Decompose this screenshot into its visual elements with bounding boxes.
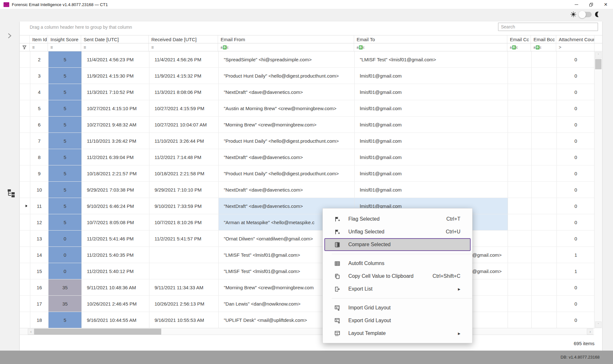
cell-sent-date[interactable]: 10/18/2021 2:21:57 PM — [82, 165, 149, 181]
menu-item-compare-selected[interactable]: Compare Selected — [324, 238, 471, 251]
menu-item-layout-template[interactable]: Layout Template▶ — [324, 327, 471, 340]
cell-email-to[interactable]: lmisf01@gmail.com — [355, 68, 508, 84]
cell-email-bcc[interactable] — [532, 214, 557, 230]
menu-item-flag-selected[interactable]: Flag SelectedCtrl+T — [324, 213, 471, 225]
column-header-email-to[interactable]: Email To — [354, 35, 507, 43]
cell-sent-date[interactable]: 9/16/2021 10:44:55 AM — [82, 312, 149, 328]
grid-row[interactable]: 15011/2/2021 5:40:12 PM"LMISF Test" <lmi… — [20, 263, 602, 279]
cell-item-id[interactable]: 7 — [30, 133, 49, 149]
grid-row[interactable]: 1859/16/2021 10:44:55 AM9/16/2021 10:55:… — [20, 312, 602, 328]
theme-switch-knob[interactable] — [579, 11, 586, 18]
cell-email-bcc[interactable] — [532, 182, 557, 198]
grid-row[interactable]: 7511/10/2021 3:26:42 PM11/10/2021 3:26:4… — [20, 133, 602, 149]
cell-email-bcc[interactable] — [532, 51, 557, 67]
cell-sent-date[interactable]: 10/27/2021 4:15:10 PM — [82, 100, 149, 116]
cell-email-to[interactable]: lmisf01@gmail.com — [355, 100, 508, 116]
cell-attachment-count[interactable]: 0 — [557, 165, 595, 181]
cell-email-from[interactable]: "Morning Brew" <crew@morningbrew.com> — [219, 117, 355, 133]
cell-received-date[interactable]: 11/4/2021 4:56:26 PM — [149, 51, 219, 67]
filter-cell[interactable]: aBc — [354, 43, 507, 51]
cell-received-date[interactable]: 11/2/2021 5:41:57 PM — [149, 231, 219, 246]
cell-email-bcc[interactable] — [532, 133, 557, 149]
cell-email-to[interactable]: lmisf01@gmail.com — [355, 182, 508, 198]
cell-item-id[interactable]: 14 — [30, 247, 49, 263]
scroll-up-arrow-icon[interactable]: ˆ — [595, 52, 602, 58]
cell-item-id[interactable]: 2 — [30, 51, 49, 67]
cell-email-bcc[interactable] — [532, 231, 557, 246]
cell-item-id[interactable]: 17 — [30, 296, 49, 312]
cell-item-id[interactable]: 15 — [30, 263, 49, 279]
cell-attachment-count[interactable]: 0 — [557, 231, 595, 246]
cell-email-cc[interactable] — [508, 165, 532, 181]
theme-switch[interactable] — [579, 12, 592, 17]
cell-email-from[interactable]: "NextDraft" <dave@davenetics.com> — [219, 182, 355, 198]
vertical-scrollbar[interactable]: ˆ ˇ — [594, 51, 602, 329]
cell-email-cc[interactable] — [508, 263, 532, 279]
cell-email-from[interactable]: "SpreadSimple" <hi@spreadsimple.com> — [219, 51, 355, 67]
cell-attachment-count[interactable]: 0 — [557, 296, 595, 312]
cell-attachment-count[interactable]: 0 — [557, 117, 595, 133]
column-header-item-id[interactable]: Item Id — [30, 35, 48, 43]
cell-sent-date[interactable]: 11/2/2021 5:40:12 PM — [82, 263, 149, 279]
cell-email-bcc[interactable] — [532, 117, 557, 133]
cell-email-from[interactable]: "Product Hunt Daily" <hello@digest.produ… — [219, 68, 355, 84]
cell-insight-score[interactable]: 35 — [49, 296, 82, 312]
cell-insight-score[interactable]: 5 — [49, 312, 82, 328]
cell-email-bcc[interactable] — [532, 149, 557, 165]
cell-email-to[interactable]: lmisf01@gmail.com — [355, 149, 508, 165]
cell-attachment-count[interactable]: 0 — [557, 182, 595, 198]
cell-insight-score[interactable]: 5 — [49, 198, 82, 214]
cell-sent-date[interactable]: 11/10/2021 3:26:42 PM — [82, 133, 149, 149]
minimize-button[interactable] — [569, 0, 584, 9]
cell-item-id[interactable]: 3 — [30, 68, 49, 84]
cell-email-to[interactable]: lmisf01@gmail.com — [355, 117, 508, 133]
menu-item-copy-cell-value-to-clipboard[interactable]: Copy Cell Value to ClipboardCtrl+Shift+C — [324, 270, 471, 283]
filter-cell[interactable]: aBc — [218, 43, 354, 51]
filter-cell[interactable]: = — [30, 43, 48, 51]
grid-row[interactable]: 1159/10/2021 6:46:24 PM9/10/2021 7:33:59… — [20, 198, 602, 214]
grid-row[interactable]: 12510/7/2021 8:05:08 PM10/7/2021 8:10:26… — [20, 214, 602, 231]
cell-email-cc[interactable] — [508, 84, 532, 100]
cell-email-cc[interactable] — [508, 133, 532, 149]
expand-sidebar-chevron-icon[interactable] — [7, 33, 12, 39]
menu-item-unflag-selected[interactable]: Unflag SelectedCtrl+U — [324, 225, 471, 238]
cell-received-date[interactable]: 11/2/2021 7:14:48 PM — [149, 149, 219, 165]
cell-insight-score[interactable]: 35 — [49, 279, 82, 295]
cell-received-date[interactable]: 11/10/2021 3:26:44 PM — [149, 133, 219, 149]
cell-sent-date[interactable]: 11/9/2021 4:15:30 PM — [82, 68, 149, 84]
cell-sent-date[interactable]: 11/3/2021 7:10:52 PM — [82, 84, 149, 100]
cell-email-cc[interactable] — [508, 279, 532, 295]
cell-email-to[interactable]: lmisf01@gmail.com — [355, 165, 508, 181]
column-header-email-from[interactable]: Email From — [218, 35, 354, 43]
grid-row[interactable]: 13011/2/2021 5:41:46 PM11/2/2021 5:41:57… — [20, 231, 602, 247]
cell-insight-score[interactable]: 0 — [49, 263, 82, 279]
grid-row[interactable]: 5510/27/2021 4:15:10 PM10/27/2021 4:15:5… — [20, 100, 602, 117]
cell-received-date[interactable]: 10/7/2021 8:10:26 PM — [149, 214, 219, 230]
cell-item-id[interactable]: 12 — [30, 214, 49, 230]
menu-item-export-grid-layout[interactable]: Export Grid Layout — [324, 314, 471, 327]
cell-insight-score[interactable]: 5 — [49, 149, 82, 165]
maximize-restore-button[interactable] — [584, 0, 598, 9]
search-input[interactable] — [498, 23, 598, 31]
filter-funnel-cell[interactable] — [20, 43, 30, 51]
cell-email-cc[interactable] — [508, 100, 532, 116]
cell-insight-score[interactable]: 5 — [49, 165, 82, 181]
cell-insight-score[interactable]: 5 — [49, 133, 82, 149]
cell-email-bcc[interactable] — [532, 100, 557, 116]
column-header-sent-date-utc-[interactable]: Sent Date [UTC] — [81, 35, 149, 43]
menu-item-import-grid-layout[interactable]: Import Grid Layout — [324, 301, 471, 314]
tree-view-icon[interactable] — [6, 189, 15, 198]
cell-attachment-count[interactable]: 0 — [557, 198, 595, 214]
cell-received-date[interactable]: 11/9/2021 4:15:32 PM — [149, 68, 219, 84]
cell-item-id[interactable]: 16 — [30, 279, 49, 295]
cell-email-bcc[interactable] — [532, 165, 557, 181]
cell-email-cc[interactable] — [508, 182, 532, 198]
column-header-email-bcc[interactable]: Email Bcc — [531, 35, 556, 43]
filter-cell[interactable]: aBc — [507, 43, 531, 51]
cell-email-cc[interactable] — [508, 198, 532, 214]
cell-sent-date[interactable]: 11/2/2021 5:41:46 PM — [82, 231, 149, 246]
cell-email-cc[interactable] — [508, 51, 532, 67]
grid-row[interactable]: 8511/2/2021 6:39:04 PM11/2/2021 7:14:48 … — [20, 149, 602, 165]
scroll-down-arrow-icon[interactable]: ˇ — [595, 322, 602, 328]
cell-attachment-count[interactable]: 0 — [557, 214, 595, 230]
